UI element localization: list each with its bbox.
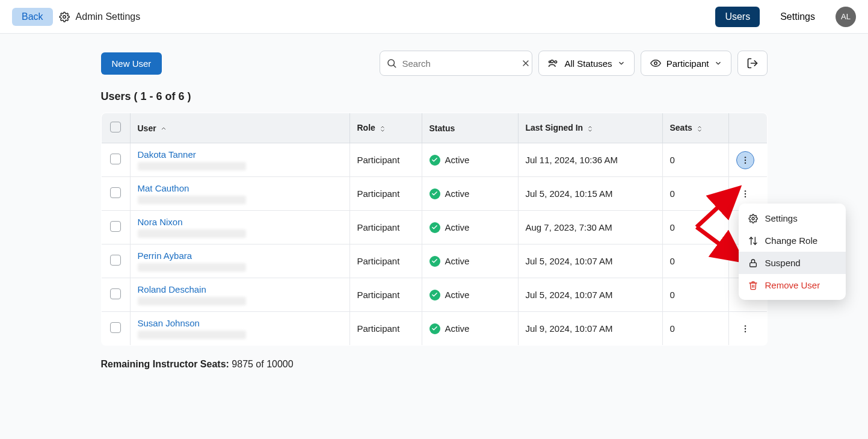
popover-change-role-label: Change Role (765, 235, 818, 246)
gear-icon (748, 214, 758, 223)
popover-suspend[interactable]: Suspend (739, 252, 846, 274)
avatar[interactable]: AL (836, 7, 856, 27)
eye-icon (650, 58, 662, 69)
cell-status: Active (429, 256, 511, 267)
cell-last-signed-in: Jul 5, 2024, 10:07 AM (518, 244, 662, 278)
content: New User All Statuses (0, 34, 868, 439)
back-button[interactable]: Back (12, 8, 53, 26)
cell-role: Participant (349, 143, 422, 177)
cell-seats: 0 (662, 143, 728, 177)
user-link[interactable]: Mat Cauthon (138, 183, 189, 193)
select-all-checkbox[interactable] (110, 122, 121, 132)
svg-point-25 (744, 325, 745, 326)
check-circle-icon (429, 323, 440, 334)
popover-suspend-label: Suspend (765, 258, 801, 268)
more-vertical-icon (740, 324, 750, 334)
row-checkbox[interactable] (110, 288, 121, 299)
popover-change-role[interactable]: Change Role (739, 229, 846, 252)
user-link[interactable]: Susan Johnson (138, 318, 200, 328)
svg-point-0 (63, 15, 66, 18)
seat-counter-label: Remaining Instructor Seats: (101, 359, 229, 369)
export-icon (746, 57, 759, 69)
search-icon (386, 58, 397, 69)
new-user-button[interactable]: New User (101, 52, 162, 75)
status-filter[interactable]: All Statuses (538, 51, 634, 76)
cell-last-signed-in: Jul 5, 2024, 10:07 AM (518, 278, 662, 312)
svg-point-10 (744, 157, 745, 158)
sort-icon (696, 125, 703, 133)
swap-icon (748, 236, 758, 246)
popover-settings-label: Settings (765, 213, 798, 223)
toolbar: New User All Statuses (101, 51, 768, 76)
cell-role: Participant (349, 312, 422, 346)
user-email-blurred (138, 263, 246, 272)
cell-status: Active (429, 188, 511, 199)
cell-role: Participant (349, 244, 422, 278)
check-circle-icon (429, 155, 440, 166)
svg-point-11 (744, 159, 745, 160)
row-checkbox[interactable] (110, 221, 121, 232)
topbar-left: Back Admin Settings (12, 8, 140, 26)
cell-last-signed-in: Jul 5, 2024, 10:15 AM (518, 177, 662, 211)
col-user[interactable]: User (130, 113, 349, 143)
sort-icon (586, 125, 594, 133)
export-button[interactable] (737, 51, 768, 76)
search-box[interactable] (380, 51, 532, 76)
gear-icon (59, 11, 70, 22)
cell-role: Participant (349, 211, 422, 244)
row-checkbox[interactable] (110, 154, 121, 164)
nav-users[interactable]: Users (715, 7, 760, 27)
search-input[interactable] (402, 58, 516, 69)
popover-remove-label: Remove User (765, 280, 820, 290)
sort-asc-icon (160, 125, 167, 132)
user-email-blurred (138, 331, 246, 339)
svg-point-12 (744, 162, 745, 163)
svg-point-7 (549, 61, 551, 63)
row-actions-button[interactable] (736, 320, 754, 338)
cell-status: Active (429, 155, 511, 166)
svg-point-27 (744, 331, 745, 332)
cell-seats: 0 (662, 278, 728, 312)
user-email-blurred (138, 196, 246, 204)
svg-point-5 (551, 60, 554, 63)
col-last[interactable]: Last Signed In (518, 113, 662, 143)
check-circle-icon (429, 222, 440, 233)
table-row: Nora Nixon Participant Active Aug 7, 202… (101, 211, 767, 244)
clear-search-icon[interactable] (521, 58, 531, 68)
user-link[interactable]: Perrin Aybara (138, 251, 192, 261)
chevron-down-icon (617, 59, 626, 67)
trash-icon (748, 281, 758, 290)
col-seats[interactable]: Seats (662, 113, 728, 143)
container: New User All Statuses (101, 51, 768, 370)
user-link[interactable]: Roland Deschain (138, 284, 206, 294)
user-link[interactable]: Nora Nixon (138, 217, 183, 227)
row-actions-button[interactable] (736, 151, 754, 169)
svg-line-32 (697, 227, 739, 258)
sort-icon (379, 125, 386, 133)
svg-point-1 (388, 60, 395, 66)
popover-remove[interactable]: Remove User (739, 274, 846, 296)
user-email-blurred (138, 229, 246, 238)
user-email-blurred (138, 297, 246, 305)
col-role[interactable]: Role (349, 113, 422, 143)
row-checkbox[interactable] (110, 322, 121, 333)
cell-status: Active (429, 290, 511, 300)
row-checkbox[interactable] (110, 255, 121, 266)
row-checkbox[interactable] (110, 187, 121, 198)
check-circle-icon (429, 290, 440, 300)
topbar-right: Users Settings AL (715, 7, 856, 27)
popover-settings[interactable]: Settings (739, 207, 846, 229)
role-filter-label: Participant (666, 58, 709, 69)
status-filter-label: All Statuses (564, 58, 612, 69)
nav-settings[interactable]: Settings (771, 7, 825, 27)
list-title: Users ( 1 - 6 of 6 ) (101, 90, 768, 103)
svg-point-8 (654, 62, 657, 65)
user-link[interactable]: Dakota Tanner (138, 149, 196, 160)
page-title: Admin Settings (76, 11, 141, 22)
users-table: User Role Status Last Signed In Seats Da… (101, 113, 768, 346)
svg-point-6 (555, 61, 557, 63)
row-actions-popover: Settings Change Role Suspend Remove User (739, 204, 846, 300)
cell-status: Active (429, 222, 511, 233)
svg-rect-29 (749, 263, 756, 267)
role-filter[interactable]: Participant (641, 51, 731, 76)
